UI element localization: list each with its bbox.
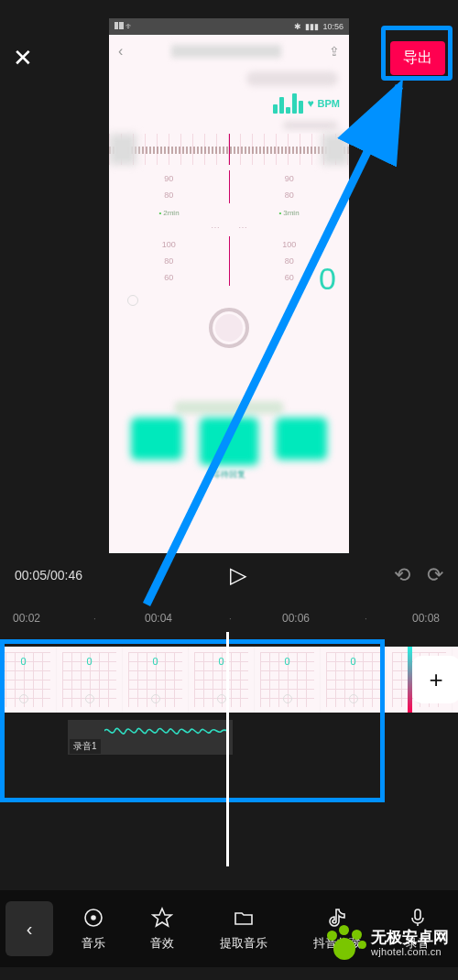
video-track[interactable]: 0 0 0 0 0 0 0 0 [0, 647, 458, 713]
top-bar: ✕ 导出 [0, 35, 458, 81]
audio-clip[interactable]: 录音1 [68, 720, 233, 755]
phone-chart [109, 134, 349, 165]
watermark-url: wjhotel.com.cn [371, 946, 449, 958]
timecode: 00:05/00:46 [15, 568, 82, 583]
play-button[interactable]: ▷ [230, 562, 246, 588]
tool-music[interactable]: 音乐 [82, 906, 105, 952]
transport-bar: 00:05/00:46 ▷ ⟲ ⟳ [0, 562, 458, 588]
video-preview[interactable]: ᯤ ✱▮▮▮10:56 ‹ ⇪ ♥ BPM 9080 9080 2min3min… [109, 18, 349, 553]
svg-point-2 [92, 916, 95, 920]
tool-sound-effect[interactable]: 音效 [150, 906, 174, 952]
phone-big-value: 0 [319, 261, 336, 297]
phone-bottom-buttons [109, 418, 349, 465]
video-frame[interactable]: 0 [189, 647, 255, 713]
phone-record-button [209, 308, 249, 348]
video-editor-screen: ✕ 导出 ᯤ ✱▮▮▮10:56 ‹ ⇪ ♥ BPM 9080 9080 [0, 0, 458, 980]
bpm-indicator: ♥ BPM [109, 90, 349, 117]
add-clip-button[interactable]: + [412, 656, 458, 703]
svg-rect-3 [415, 909, 420, 920]
video-frame[interactable]: 0 [255, 647, 321, 713]
watermark-title: 无极安卓网 [371, 929, 449, 947]
video-frame[interactable]: 0 [321, 647, 387, 713]
export-button[interactable]: 导出 [390, 41, 445, 75]
audio-waveform [104, 720, 229, 742]
playhead[interactable] [226, 632, 229, 866]
timeline-ruler[interactable]: 00:02 · 00:04 · 00:06 · 00:08 [0, 608, 458, 628]
watermark: 无极安卓网 wjhotel.com.cn [325, 923, 449, 964]
watermark-logo-icon [325, 923, 365, 964]
heart-icon: ♥ [307, 97, 313, 110]
video-frame[interactable]: 0 [0, 647, 57, 713]
blurred-text [283, 121, 338, 130]
audio-clip-label: 录音1 [70, 739, 101, 754]
timeline[interactable]: 0 0 0 0 0 0 0 0 + 录音1 [0, 639, 458, 808]
redo-button[interactable]: ⟳ [427, 563, 443, 587]
phone-small-ring [127, 295, 138, 306]
video-frame[interactable]: 0 [123, 647, 189, 713]
phone-time-labels: 2min3min [109, 209, 349, 217]
phone-scale-1: 9080 9080 [109, 165, 349, 209]
undo-button[interactable]: ⟲ [394, 563, 410, 587]
star-icon [150, 906, 174, 930]
music-icon [82, 906, 105, 930]
toolbar-back-button[interactable]: ‹ [5, 901, 53, 956]
phone-status-bar: ᯤ ✱▮▮▮10:56 [109, 18, 349, 35]
video-frame[interactable]: 0 [57, 647, 123, 713]
tool-extract-audio[interactable]: 提取音乐 [220, 906, 267, 952]
phone-scale-2: 1008060 1008060 [109, 234, 349, 288]
folder-icon [232, 906, 256, 930]
close-button[interactable]: ✕ [13, 44, 33, 72]
blurred-text [174, 401, 284, 414]
